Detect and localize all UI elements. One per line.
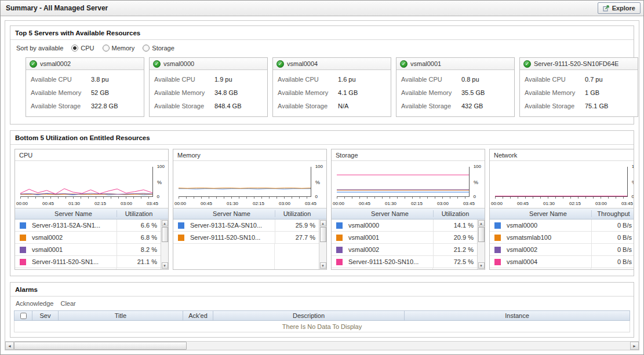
top5-panel-title: Top 5 Servers with Available Resources: [10, 26, 634, 40]
value-column-header[interactable]: Utilization: [275, 210, 319, 217]
scroll-left-button[interactable]: ◄: [5, 342, 14, 350]
select-all-checkbox[interactable]: [20, 313, 27, 319]
top5-panel-body: Sort by available CPU Memory Storage: [10, 40, 634, 124]
horizontal-scroll-thumb[interactable]: [14, 342, 187, 350]
storage-panel-title: Storage: [332, 149, 485, 161]
cpu-radio[interactable]: [71, 45, 78, 52]
scroll-thumb[interactable]: [162, 227, 168, 242]
available-memory-value: 34.8 GB: [214, 89, 238, 96]
status-ok-icon: ✓: [400, 60, 407, 68]
scroll-thumb[interactable]: [478, 227, 485, 242]
table-row[interactable]: Server-9111-520-SN1...21.1 %: [15, 256, 161, 268]
server-card-header[interactable]: ✓ vsmal0000: [150, 58, 267, 70]
scroll-up-button[interactable]: ▲: [478, 220, 485, 226]
series-color-swatch: [15, 235, 30, 241]
series-color-swatch: [490, 235, 505, 241]
table-row[interactable]: vsmal00020 B/s: [490, 244, 634, 256]
server-name-column-header[interactable]: Server Name: [30, 210, 117, 217]
x-axis-ticks: [495, 197, 628, 199]
server-name-cell: vsmal0001: [30, 246, 117, 253]
server-name[interactable]: vsmal0000: [163, 60, 194, 67]
scroll-area: Top 5 Servers with Available Resources S…: [5, 21, 639, 341]
x-axis-tick-label: 01:30: [227, 201, 238, 206]
table-row[interactable]: Server-9111-520-SN10...72.5 %: [332, 256, 477, 268]
value-column-header[interactable]: Utilization: [433, 210, 477, 217]
table-body-wrap: Server-9131-52A-SN1...6.6 %vsmal00026.8 …: [15, 219, 168, 269]
table-row[interactable]: vsmal000120.9 %: [332, 232, 477, 244]
server-card-header[interactable]: ✓ Server-9111-520-SN10FD64E: [520, 58, 638, 70]
scroll-right-button[interactable]: ►: [630, 342, 639, 350]
memory-radio[interactable]: [103, 45, 110, 52]
value-column-header[interactable]: Utilization: [117, 210, 161, 217]
table-scrollbar[interactable]: ▲ ▼: [319, 219, 326, 269]
memory-panel-title: Memory: [173, 149, 326, 161]
y-axis-max: 100: [157, 164, 165, 169]
x-axis-tick-label: 00:45: [201, 201, 212, 206]
available-cpu-value: 1.9 pu: [214, 76, 232, 83]
server-card-header[interactable]: ✓ vsmal0004: [273, 58, 391, 70]
table-row[interactable]: vsmal000221.2 %: [332, 244, 477, 256]
table-row[interactable]: vsmal00026.8 %: [15, 232, 161, 244]
series-color-swatch: [173, 235, 188, 241]
top5-servers-panel: Top 5 Servers with Available Resources S…: [10, 25, 634, 125]
table-row[interactable]: Server-9131-52A-SN1...6.6 %: [15, 219, 161, 232]
table-header: Server Name Utilization: [173, 208, 326, 219]
y-axis-unit: %: [157, 180, 162, 185]
server-card-header[interactable]: ✓ vsmal0002: [26, 58, 144, 70]
y-axis-min: 0: [632, 194, 634, 199]
table-row[interactable]: vsmatsmlab1000 B/s: [490, 232, 634, 244]
table-scrollbar[interactable]: ▲ ▼: [477, 219, 485, 269]
horizontal-scrollbar[interactable]: ◄ ►: [5, 341, 639, 350]
table-row[interactable]: Server-9111-520-SN10...27.7 %: [173, 232, 319, 244]
bottom5-utilization-panel: Bottom 5 Utilization on Entitled Resourc…: [10, 130, 634, 276]
value-cell: 14.1 %: [433, 219, 477, 231]
table-row[interactable]: vsmal000014.1 %: [332, 219, 477, 232]
cpu-chart: 00:0000:4501:3002:1503:0003:45 100 % 0: [20, 166, 153, 206]
scroll-down-button[interactable]: ▼: [320, 262, 326, 269]
available-storage-value: 432 GB: [461, 103, 483, 109]
scroll-up-button[interactable]: ▲: [162, 220, 168, 226]
select-all-cell: [14, 311, 32, 320]
table-scrollbar[interactable]: ▲ ▼: [161, 219, 168, 269]
column-header-acked[interactable]: Ack'ed: [183, 311, 213, 320]
table-body-wrap: Server-9131-52A-SN10...25.9 %Server-9111…: [173, 219, 326, 269]
server-card-body: Available CPU0.7 pu Available Memory1 GB…: [520, 70, 638, 116]
series-color-swatch: [15, 259, 30, 265]
storage-radio[interactable]: [143, 45, 150, 52]
table-row[interactable]: Server-9131-52A-SN10...25.9 %: [173, 219, 319, 232]
scroll-up-button[interactable]: ▲: [320, 220, 326, 226]
server-card: ✓ vsmal0000 Available CPU1.9 pu Availabl…: [149, 57, 268, 117]
server-name[interactable]: vsmal0001: [410, 60, 441, 67]
table-header: Server Name Utilization: [15, 208, 168, 219]
explore-button[interactable]: Explore: [598, 2, 641, 14]
server-name-column-header[interactable]: Server Name: [505, 210, 591, 217]
server-name[interactable]: vsmal0002: [40, 60, 71, 67]
acknowledge-button[interactable]: Acknowledge: [16, 300, 53, 307]
table-row[interactable]: vsmal00040 B/s: [490, 256, 634, 268]
series-color-swatch: [15, 222, 30, 229]
column-header-description[interactable]: Description: [213, 311, 404, 320]
server-name[interactable]: vsmal0004: [287, 60, 318, 67]
sort-option-memory[interactable]: Memory: [103, 45, 135, 52]
server-name-column-header[interactable]: Server Name: [188, 210, 275, 217]
available-cpu-value: 1.6 pu: [338, 76, 356, 83]
available-cpu-value: 3.8 pu: [91, 76, 109, 83]
column-header-sev[interactable]: Sev: [32, 311, 58, 320]
value-column-header[interactable]: Throughput: [591, 210, 634, 217]
column-header-title[interactable]: Title: [58, 311, 183, 320]
value-cell: 21.2 %: [433, 244, 477, 255]
scroll-down-button[interactable]: ▼: [478, 262, 485, 269]
scroll-down-button[interactable]: ▼: [162, 262, 168, 269]
table-row[interactable]: vsmal00000 B/s: [490, 219, 634, 232]
sort-option-storage[interactable]: Storage: [143, 45, 174, 52]
server-name-column-header[interactable]: Server Name: [347, 210, 433, 217]
server-name[interactable]: Server-9111-520-SN10FD64E: [534, 60, 618, 67]
scroll-thumb[interactable]: [320, 227, 326, 242]
horizontal-scroll-track[interactable]: [14, 342, 630, 350]
available-memory-value: 35.5 GB: [461, 89, 485, 96]
server-card-header[interactable]: ✓ vsmal0001: [396, 58, 514, 70]
table-row[interactable]: vsmal00018.2 %: [15, 244, 161, 256]
clear-button[interactable]: Clear: [60, 300, 75, 307]
sort-option-cpu[interactable]: CPU: [71, 45, 94, 52]
column-header-instance[interactable]: Instance: [404, 311, 630, 320]
